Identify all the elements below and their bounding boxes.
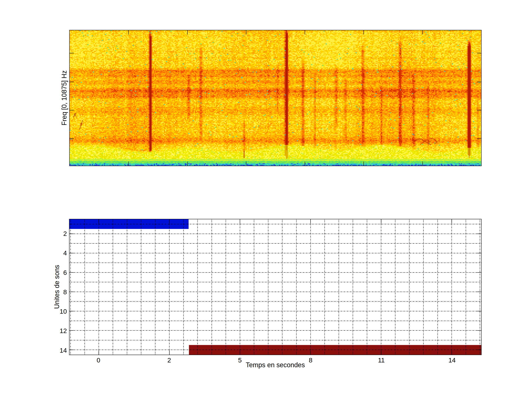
activity-x-tick-label: 8 [299, 357, 322, 363]
activity-y-tick-label: 14 [39, 347, 67, 354]
activity-y-tick-label: 2 [39, 230, 67, 237]
activity-y-tick-label: 12 [39, 328, 67, 334]
activity-axes [69, 219, 481, 355]
activity-x-tick-label: 2 [158, 357, 180, 363]
spectrogram-image [70, 30, 481, 166]
activity-y-tick-label: 4 [39, 250, 67, 256]
activity-x-tick-label: 0 [87, 357, 109, 363]
activity-x-tick-label: 5 [229, 357, 251, 363]
spectrogram-ylabel: Freq [0, 10875] Hz [60, 70, 68, 126]
figure-window: { "figure": {"width": 2880, "height": 21… [0, 0, 532, 399]
spectrogram-axes [69, 30, 481, 166]
activity-x-tick-label: 14 [441, 357, 463, 363]
activity-x-tick-label: 11 [370, 357, 392, 363]
activity-xlabel: Temps en secondes [69, 361, 481, 369]
activity-y-tick-label: 10 [39, 308, 67, 315]
activity-plot [70, 219, 481, 355]
activity-y-tick-label: 8 [39, 289, 67, 295]
activity-y-tick-label: 6 [39, 269, 67, 276]
